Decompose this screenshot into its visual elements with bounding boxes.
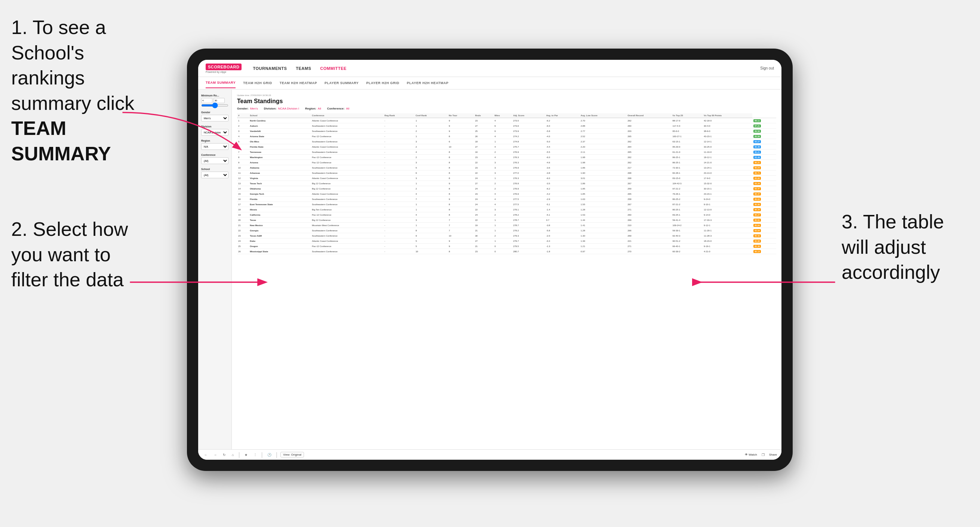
- cell-rank: 24: [237, 238, 249, 244]
- cell-conference: Southeastern Conference: [311, 249, 383, 254]
- cell-wins: 1: [493, 176, 512, 181]
- cell-points: 80.84: [752, 223, 776, 228]
- cell-wins: 4: [493, 191, 512, 197]
- table-row: 3 Vanderbilt Southeastern Conference - 2…: [237, 129, 776, 134]
- col-rnds: Rnds: [474, 113, 493, 118]
- toolbar-back[interactable]: ←: [203, 452, 209, 457]
- toolbar-bookmark[interactable]: ★: [243, 452, 249, 457]
- toolbar-home[interactable]: ⌂: [230, 452, 235, 457]
- sidebar-school-select[interactable]: (All): [201, 171, 229, 178]
- cell-avg-low: 3.01: [579, 176, 626, 181]
- toolbar-expand[interactable]: ❐: [760, 452, 766, 457]
- toolbar-clock[interactable]: 🕐: [266, 452, 273, 457]
- watch-button[interactable]: 👁 Watch: [745, 453, 757, 456]
- cell-conference: Big 12 Conference: [311, 217, 383, 223]
- cell-wins: 3: [493, 207, 512, 212]
- cell-points: 80.34: [752, 207, 776, 212]
- cell-overall: 97-21-2: [671, 186, 703, 191]
- cell-adj-score: 276.9: [512, 149, 545, 155]
- cell-no-tour: 8: [447, 186, 474, 191]
- cell-conf-rank: 1: [414, 181, 447, 186]
- cell-conference: Atlantic Coast Conference: [311, 238, 383, 244]
- tab-player-summary[interactable]: PLAYER SUMMARY: [325, 78, 359, 88]
- cell-avg-par: -1.8: [545, 249, 579, 254]
- cell-avg-low: 2.70: [579, 118, 626, 123]
- cell-conf-rank: 1: [414, 134, 447, 139]
- cell-record: 43-23-1: [703, 134, 752, 139]
- cell-reg-rank: -: [383, 249, 414, 254]
- cell-wins: 1: [493, 217, 512, 223]
- cell-reg-rank: -: [383, 233, 414, 238]
- sidebar-rank-slider[interactable]: [201, 104, 229, 106]
- filter-region-label: Region:: [305, 107, 316, 110]
- cell-rnds: 23: [474, 191, 493, 197]
- toolbar-more[interactable]: ⋮: [252, 452, 258, 457]
- cell-points: 82.38: [752, 244, 776, 249]
- cell-wins: 6: [493, 129, 512, 134]
- sidebar-school-label: School: [201, 168, 229, 170]
- cell-adj-score: 278.2: [512, 212, 545, 217]
- share-button[interactable]: Share: [769, 453, 777, 456]
- cell-conf-rank: 5: [414, 238, 447, 244]
- cell-rnds: 26: [474, 134, 493, 139]
- view-original-button[interactable]: View: Original: [280, 452, 304, 457]
- cell-overall: 60-39-2: [671, 249, 703, 254]
- cell-rnds: 23: [474, 249, 493, 254]
- cell-avg-low: 1.98: [579, 160, 626, 165]
- toolbar-reload[interactable]: ↻: [221, 452, 228, 457]
- cell-rnds: 18: [474, 139, 493, 144]
- tab-player-h2h-heatmap[interactable]: PLAYER H2H HEATMAP: [407, 78, 449, 88]
- cell-reg-rank: -: [383, 202, 414, 207]
- cell-no-tour: 6: [447, 139, 474, 144]
- cell-record: 12-14-1: [703, 139, 752, 144]
- cell-rnds: 22: [474, 160, 493, 165]
- sidebar-conference-select[interactable]: (All): [201, 157, 229, 164]
- cell-conference: Southeastern Conference: [311, 129, 383, 134]
- sidebar-min-rank: Minimum Ro...: [201, 94, 229, 107]
- cell-wins: 1: [493, 228, 512, 233]
- cell-conf-rank: 3: [414, 139, 447, 144]
- cell-avg-par: -5.0: [545, 139, 579, 144]
- cell-school: New Mexico: [249, 223, 311, 228]
- cell-conference: Big Ten Conference: [311, 207, 383, 212]
- table-row: 26 Mississippi State Southeastern Confer…: [237, 249, 776, 254]
- table-row: 10 Alabama Southeastern Conference - 5 8…: [237, 165, 776, 170]
- tab-team-summary[interactable]: TEAM SUMMARY: [206, 78, 235, 88]
- cell-conf-rank: 3: [414, 217, 447, 223]
- nav-teams[interactable]: TEAMS: [296, 62, 311, 75]
- tab-player-h2h-grid[interactable]: PLAYER H2H GRID: [366, 78, 399, 88]
- cell-rank: 25: [237, 244, 249, 249]
- sign-out-button[interactable]: Sign out: [760, 66, 774, 70]
- cell-points: 83.47: [752, 186, 776, 191]
- cell-conf-rank: 1: [414, 223, 447, 228]
- cell-adj-score: 274.2: [512, 134, 545, 139]
- cell-reg-rank: -: [383, 228, 414, 233]
- cell-conference: Southeastern Conference: [311, 233, 383, 238]
- table-row: 20 Texas Big 12 Conference - 3 7 22 1 27…: [237, 217, 776, 223]
- cell-points: 80.71: [752, 170, 776, 176]
- nav-committee[interactable]: COMMITTEE: [320, 62, 347, 75]
- cell-avg-low: 2.11: [579, 149, 626, 155]
- cell-conf-rank: 1: [414, 123, 447, 129]
- cell-school: Mississippi State: [249, 249, 311, 254]
- nav-tournaments[interactable]: TOURNAMENTS: [253, 62, 287, 75]
- tab-team-h2h-heatmap[interactable]: TEAM H2H HEATMAP: [280, 78, 317, 88]
- cell-conf-rank: 3: [414, 160, 447, 165]
- cell-reg-rank: -: [383, 134, 414, 139]
- tab-team-h2h-grid[interactable]: TEAM H2H GRID: [243, 78, 272, 88]
- toolbar-forward[interactable]: →: [212, 452, 218, 457]
- cell-avg-par: -4.2: [545, 191, 579, 197]
- cell-adj-score: 277.0: [512, 170, 545, 176]
- cell-conference: Big 12 Conference: [311, 186, 383, 191]
- cell-rank: 10: [237, 165, 249, 170]
- cell-low-score: 265: [626, 191, 671, 197]
- cell-points: 83.54: [752, 228, 776, 233]
- cell-no-tour: 7: [447, 228, 474, 233]
- cell-reg-rank: -: [383, 186, 414, 191]
- cell-record: 11-29-1: [703, 228, 752, 233]
- col-avg-par: Avg. to Par: [545, 113, 579, 118]
- cell-school: Texas Tech: [249, 181, 311, 186]
- table-row: 16 Florida Southeastern Conference - 7 9…: [237, 197, 776, 202]
- filter-conference-label: Conference:: [327, 107, 345, 110]
- col-no-tour: No Tour: [447, 113, 474, 118]
